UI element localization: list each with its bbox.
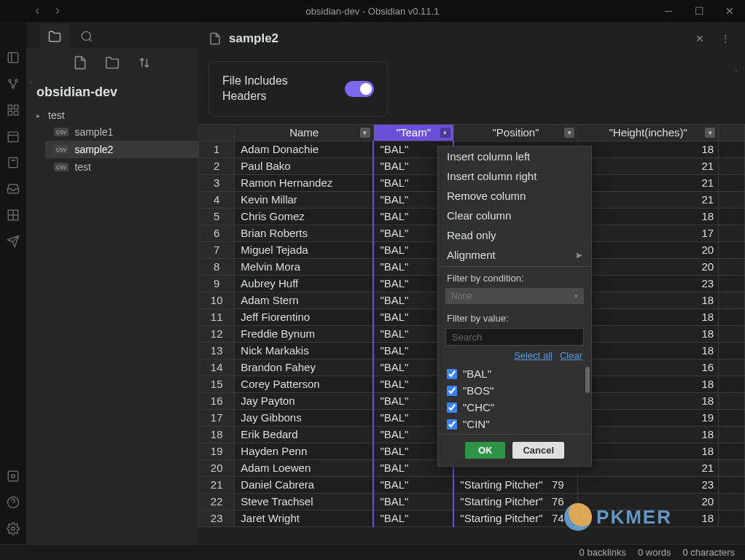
file-explorer-tab[interactable]	[39, 25, 70, 48]
cell-name[interactable]: Daniel Cabrera	[235, 476, 374, 493]
row-number[interactable]: 20	[199, 459, 235, 476]
cell-name[interactable]: Adam Loewen	[235, 459, 374, 476]
cell-extra[interactable]	[719, 174, 745, 191]
cell-height[interactable]: 18	[578, 392, 719, 409]
row-number[interactable]: 1	[199, 141, 235, 158]
file-item-sample2[interactable]: csvsample2	[45, 141, 198, 158]
row-number[interactable]: 23	[199, 510, 235, 526]
filter-cancel-button[interactable]: Cancel	[512, 442, 564, 459]
cell-height[interactable]: 19	[578, 409, 719, 426]
cell-height[interactable]: 23	[578, 275, 719, 292]
row-number[interactable]: 18	[199, 426, 235, 443]
row-number[interactable]: 8	[199, 258, 235, 275]
cell-name[interactable]: Corey Patterson	[235, 376, 374, 392]
row-number[interactable]: 9	[199, 275, 235, 292]
cell-height[interactable]: 18	[578, 208, 719, 225]
cell-name[interactable]: Jay Gibbons	[235, 409, 374, 426]
cell-position[interactable]: "Starting Pitcher" 79	[453, 476, 577, 493]
cell-height[interactable]: 20	[578, 258, 719, 275]
cell-extra[interactable]	[719, 443, 745, 459]
inbox-icon[interactable]	[7, 182, 20, 195]
row-number[interactable]: 12	[199, 325, 235, 342]
row-number[interactable]: 3	[199, 174, 235, 191]
vault-icon[interactable]	[7, 470, 20, 483]
nav-forward-button[interactable]	[50, 4, 66, 18]
filter-checkbox[interactable]	[447, 369, 457, 379]
row-number[interactable]: 10	[199, 292, 235, 308]
row-number[interactable]: 14	[199, 359, 235, 376]
cell-extra[interactable]	[719, 476, 745, 493]
filter-checkbox[interactable]	[447, 402, 457, 413]
nav-back-button[interactable]	[29, 4, 45, 18]
close-note-button[interactable]: ✕	[691, 30, 709, 47]
cell-height[interactable]: 18	[578, 443, 719, 459]
filter-checkbox[interactable]	[447, 386, 457, 396]
filter-value-item[interactable]: "CIN"	[447, 416, 582, 432]
filter-value-item[interactable]: "BAL"	[447, 365, 582, 382]
row-number[interactable]: 4	[199, 191, 235, 208]
calendar-icon[interactable]	[7, 130, 20, 143]
cell-position[interactable]: "Starting Pitcher" 74	[453, 510, 577, 526]
file-item-test[interactable]: csvtest	[50, 158, 198, 176]
quick-switcher-icon[interactable]	[7, 51, 20, 64]
cell-height[interactable]: 18	[578, 376, 719, 392]
filter-checkbox[interactable]	[447, 419, 457, 429]
cell-extra[interactable]	[719, 275, 745, 292]
cell-extra[interactable]	[719, 241, 745, 258]
cell-name[interactable]: Nick Markakis	[235, 342, 374, 359]
cell-team[interactable]: "BAL"	[373, 476, 453, 493]
cell-name[interactable]: Ramon Hernandez	[235, 174, 374, 191]
cell-extra[interactable]	[719, 225, 745, 241]
ctx-item[interactable]: Insert column right	[438, 166, 591, 186]
ctx-item[interactable]: Clear column	[438, 206, 591, 225]
cell-name[interactable]: Jeff Fiorentino	[235, 308, 374, 325]
row-number[interactable]: 22	[199, 493, 235, 510]
cell-extra[interactable]	[719, 392, 745, 409]
cell-extra[interactable]	[719, 158, 745, 174]
help-icon[interactable]	[7, 496, 20, 509]
cell-name[interactable]: Hayden Penn	[235, 443, 374, 459]
cell-height[interactable]: 18	[578, 292, 719, 308]
cell-name[interactable]: Paul Bako	[235, 158, 374, 174]
filter-value-item[interactable]: "BOS"	[447, 382, 582, 399]
cell-extra[interactable]	[719, 376, 745, 392]
cell-extra[interactable]	[719, 426, 745, 443]
folder-test[interactable]: ▸ test	[36, 107, 198, 123]
ctx-item[interactable]: Read only	[438, 225, 591, 245]
cell-height[interactable]: 21	[578, 459, 719, 476]
cell-extra[interactable]	[719, 292, 745, 308]
cell-name[interactable]: Brian Roberts	[235, 225, 374, 241]
cell-extra[interactable]	[719, 409, 745, 426]
headers-toggle[interactable]	[345, 81, 374, 97]
new-folder-button[interactable]	[105, 55, 120, 70]
ctx-item[interactable]: Remove column	[438, 186, 591, 206]
row-number[interactable]: 17	[199, 409, 235, 426]
cell-name[interactable]: Adam Donachie	[235, 141, 374, 158]
settings-icon[interactable]	[7, 522, 20, 535]
row-number[interactable]: 15	[199, 376, 235, 392]
cell-name[interactable]: Jay Payton	[235, 392, 374, 409]
column-filter-button[interactable]	[440, 128, 450, 138]
cell-name[interactable]: Adam Stern	[235, 292, 374, 308]
ctx-item[interactable]: Insert column left	[438, 147, 591, 166]
cell-team[interactable]: "BAL"	[373, 493, 453, 510]
row-number[interactable]: 6	[199, 225, 235, 241]
table-icon[interactable]	[7, 209, 20, 222]
column-filter-button[interactable]	[705, 128, 715, 138]
cell-position[interactable]: "Starting Pitcher" 76	[453, 493, 577, 510]
row-number[interactable]: 13	[199, 342, 235, 359]
cell-extra[interactable]	[719, 510, 745, 526]
cell-name[interactable]: Jaret Wright	[235, 510, 374, 526]
row-number[interactable]: 5	[199, 208, 235, 225]
template-icon[interactable]	[7, 156, 20, 169]
right-collapse-handle[interactable]: ›	[735, 66, 745, 74]
row-number[interactable]: 21	[199, 476, 235, 493]
cell-name[interactable]: Steve Trachsel	[235, 493, 374, 510]
window-close-button[interactable]: ✕	[714, 0, 745, 22]
cell-extra[interactable]	[719, 141, 745, 158]
column-header-2[interactable]: "Position"	[453, 124, 577, 141]
cell-extra[interactable]	[719, 459, 745, 476]
cell-name[interactable]: Miguel Tejada	[235, 241, 374, 258]
row-number[interactable]: 2	[199, 158, 235, 174]
cell-team[interactable]: "BAL"	[373, 510, 453, 526]
